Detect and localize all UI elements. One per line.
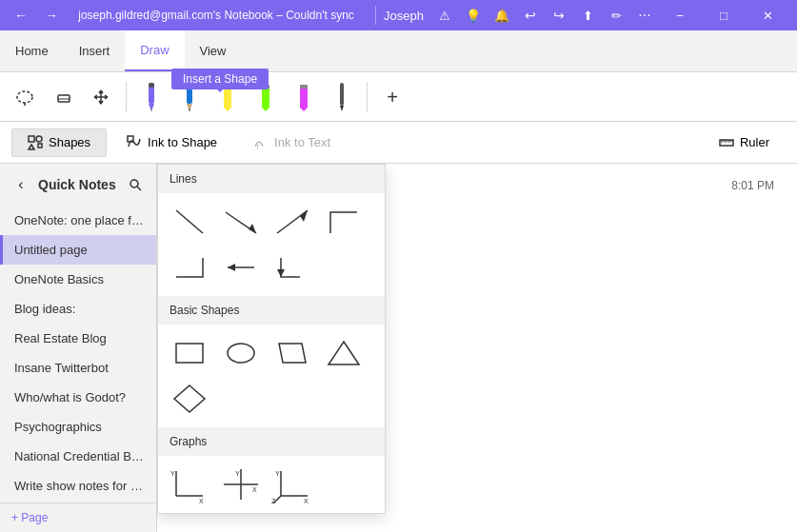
svg-text:X: X xyxy=(252,486,257,493)
triangle-shape-icon[interactable] xyxy=(320,332,368,374)
back-button[interactable]: ← xyxy=(8,2,34,29)
svg-rect-4 xyxy=(149,83,154,88)
graphs-grid: Y X Y X xyxy=(158,456,385,513)
svg-text:Y: Y xyxy=(235,470,240,477)
svg-marker-40 xyxy=(300,210,308,222)
time-text: 8:01 PM xyxy=(731,179,774,192)
ink-to-shape-label: Ink to Shape xyxy=(148,135,217,149)
rectangle-shape-icon[interactable] xyxy=(166,332,213,374)
line-arrow-left-icon[interactable] xyxy=(217,246,265,288)
notification-icon[interactable]: ⚠ xyxy=(431,2,458,29)
diamond-shape-icon[interactable] xyxy=(166,378,213,420)
svg-text:Y: Y xyxy=(275,470,280,477)
sidebar-item-untitled-page[interactable]: Untitled page xyxy=(0,235,156,265)
search-icon xyxy=(129,178,142,191)
svg-marker-20 xyxy=(340,106,344,111)
tab-insert[interactable]: Insert xyxy=(64,30,126,71)
sidebar-item-national-credential[interactable]: National Credential Bur... xyxy=(0,442,156,471)
highlighter-pink-button[interactable] xyxy=(287,80,321,114)
pen-button[interactable] xyxy=(134,80,169,114)
svg-marker-11 xyxy=(224,102,231,111)
shapes-panel[interactable]: Lines xyxy=(157,164,386,514)
window-controls: − □ ✕ xyxy=(658,0,789,30)
tab-home[interactable]: Home xyxy=(0,30,64,71)
sidebar-search-button[interactable] xyxy=(122,171,149,198)
maximize-button[interactable]: □ xyxy=(702,0,746,30)
sidebar-item-psychographics[interactable]: Psychographics xyxy=(0,412,156,442)
sidebar-items-list: OneNote: one place for... Untitled page … xyxy=(0,206,156,502)
minimize-button[interactable]: − xyxy=(658,0,702,30)
sidebar-item-onenote-basics[interactable]: OneNote Basics xyxy=(0,265,156,294)
content-area[interactable]: Monday, May 7, 2018 8:01 PM Lines xyxy=(157,164,797,532)
close-button[interactable]: ✕ xyxy=(746,0,789,30)
stylus-icon xyxy=(331,79,352,115)
undo-icon[interactable]: ↩ xyxy=(517,2,544,29)
tab-draw[interactable]: Draw xyxy=(125,30,184,71)
tab-view[interactable]: View xyxy=(185,30,242,71)
svg-rect-21 xyxy=(29,136,34,142)
shapes-icon xyxy=(28,135,43,150)
ink-to-text-button[interactable]: T Ink to Text xyxy=(237,128,347,157)
edit-icon[interactable]: ✏ xyxy=(603,2,629,29)
basic-shapes-section-header: Basic Shapes xyxy=(158,296,385,325)
parallelogram-shape-icon[interactable] xyxy=(269,332,316,374)
highlighter-pink-icon xyxy=(293,79,314,115)
xy-graph-icon[interactable]: Y X xyxy=(166,463,213,505)
graphs-section-header: Graphs xyxy=(158,427,385,456)
share-icon[interactable]: ⬆ xyxy=(574,2,601,29)
main-layout: ‹ Quick Notes OneNote: one place for... … xyxy=(0,164,797,532)
more-icon[interactable]: ··· xyxy=(631,2,658,29)
bell-icon[interactable]: 🔔 xyxy=(488,2,515,29)
svg-line-36 xyxy=(176,210,203,233)
add-icon: + xyxy=(387,88,398,107)
toolbar-divider-2 xyxy=(367,82,368,112)
svg-marker-42 xyxy=(228,264,235,271)
ellipse-shape-icon[interactable] xyxy=(217,332,265,374)
bulb-icon[interactable]: 💡 xyxy=(460,2,487,29)
ink-to-shape-button[interactable]: Ink to Shape xyxy=(110,128,233,157)
svg-text:Y: Y xyxy=(170,470,175,477)
ruler-icon xyxy=(719,135,734,150)
line-corner-br-icon[interactable] xyxy=(166,246,213,288)
stylus-button[interactable] xyxy=(325,80,359,114)
ribbon-tabs: Home Insert Draw View xyxy=(0,30,797,72)
sidebar-item-blog-ideas[interactable]: Blog ideas: xyxy=(0,294,156,324)
sidebar-item-insane-twitterbot[interactable]: Insane Twitterbot xyxy=(0,353,156,383)
ruler-label: Ruler xyxy=(740,135,769,149)
pen-icon xyxy=(141,79,162,115)
sidebar-item-who-is-godot[interactable]: Who/what is Godot? xyxy=(0,383,156,412)
shapes-button[interactable]: Shapes xyxy=(11,128,107,157)
svg-line-35 xyxy=(137,187,141,190)
sidebar-item-onenote-one[interactable]: OneNote: one place for... xyxy=(0,206,156,235)
forward-button[interactable]: → xyxy=(38,2,65,29)
eraser-icon xyxy=(52,87,73,108)
ruler-button[interactable]: Ruler xyxy=(703,128,786,157)
eraser-button[interactable] xyxy=(46,80,80,114)
titlebar-icons: ⚠ 💡 🔔 ↩ ↪ ⬆ ✏ ··· xyxy=(431,2,658,29)
svg-marker-23 xyxy=(29,145,34,149)
svg-point-22 xyxy=(36,136,42,142)
svg-marker-24 xyxy=(38,144,42,148)
line-corner-down-icon[interactable] xyxy=(269,246,316,288)
titlebar-title: joseph.gildred@gmail.com's Notebook – Co… xyxy=(65,9,368,22)
line-diagonal-down-icon[interactable] xyxy=(166,201,213,243)
svg-rect-18 xyxy=(300,85,308,89)
ink-to-text-label: Ink to Text xyxy=(274,135,330,149)
add-page-button[interactable]: + Page xyxy=(0,502,156,532)
line-diagonal-right-icon[interactable] xyxy=(217,201,265,243)
sidebar: ‹ Quick Notes OneNote: one place for... … xyxy=(0,164,157,532)
titlebar: ← → joseph.gildred@gmail.com's Notebook … xyxy=(0,0,797,30)
line-diagonal-up-icon[interactable] xyxy=(269,201,316,243)
sidebar-back-button[interactable]: ‹ xyxy=(8,171,34,198)
move-button[interactable] xyxy=(84,80,118,114)
lasso-select-button[interactable] xyxy=(8,80,42,114)
sidebar-item-real-estate[interactable]: Real Estate Blog xyxy=(0,324,156,353)
sidebar-item-write-show-notes[interactable]: Write show notes for S... xyxy=(0,471,156,501)
xy-cross-graph-icon[interactable]: Y X xyxy=(217,463,265,505)
svg-text:T: T xyxy=(255,143,260,150)
add-tool-button[interactable]: + xyxy=(375,80,409,114)
ink-to-text-icon: T xyxy=(253,135,269,150)
xyz-graph-icon[interactable]: Y X Z xyxy=(269,463,316,505)
line-corner-tr-icon[interactable] xyxy=(320,201,368,243)
redo-icon[interactable]: ↪ xyxy=(546,2,572,29)
